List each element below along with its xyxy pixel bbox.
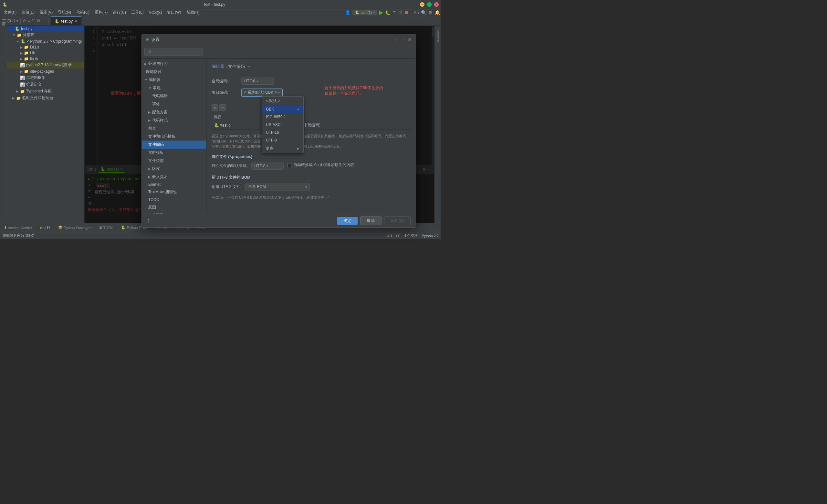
menu-navigate[interactable]: 导航(N) (55, 9, 74, 16)
dlg-nav-inspections[interactable]: 检查 (142, 124, 206, 133)
tree-item-ext-defs[interactable]: 📊 扩展定义 (7, 81, 84, 88)
run-config-dropdown[interactable]: 🐍test (1)▾ (352, 10, 377, 15)
dialog-cancel-button[interactable]: 取消 (360, 216, 382, 225)
tree-item-libtk[interactable]: ▶ 📁 lib-tk (7, 56, 84, 62)
dialog-ok-button[interactable]: 确定 (337, 217, 357, 225)
dlg-nav-appearance[interactable]: ▶ 外观与行为 (142, 60, 206, 68)
bom-select[interactable]: 不含 BOM ▾ (245, 183, 310, 191)
collapse-all-icon[interactable]: ≡ (28, 18, 30, 23)
dlg-nav-live-templates[interactable]: 实时模板 (142, 149, 206, 157)
dlg-nav-file-templates[interactable]: 文件和代码模板 (142, 133, 206, 141)
btab-run[interactable]: ▶ 运行 (39, 224, 52, 231)
dialog-back-icon[interactable]: ← (394, 37, 399, 42)
dialog-close-icon[interactable]: ✕ (408, 37, 412, 43)
close-button[interactable]: ✕ (434, 2, 439, 7)
tree-item-site-packages[interactable]: ▶ 📁 site-packages (7, 68, 84, 74)
menu-view[interactable]: 视图(V) (37, 9, 55, 16)
dlg-nav-intentions[interactable]: 意图 (142, 203, 206, 211)
menu-window[interactable]: 窗口(W) (164, 9, 184, 16)
dlg-nav-code-edit[interactable]: 代码编辑 (142, 92, 206, 100)
dlg-nav-hints[interactable]: ▶ 嵌入提示 (142, 173, 206, 181)
dlg-nav-emmet[interactable]: Emmet (142, 181, 206, 188)
bc-edit-icon[interactable]: ✏ (247, 65, 250, 69)
tree-item-dlls[interactable]: ▶ 📁 DLLs (7, 44, 84, 50)
dialog-apply-button[interactable]: 应用(A) (384, 216, 410, 225)
dd-item-iso[interactable]: ISO-8859-1 (262, 113, 303, 121)
tree-item-typeshed[interactable]: ▶ 📁 Typeshed 存根 (7, 88, 84, 95)
dlg-nav-code-style[interactable]: ▶ 代码样式 (142, 116, 206, 124)
bc-editor[interactable]: 编辑器 (211, 64, 224, 69)
lf-indicator[interactable]: LF (396, 233, 400, 238)
stop-button[interactable]: ⏹ (404, 10, 409, 15)
btab-python-packages[interactable]: 📦 Python Packages (57, 225, 93, 230)
menu-run[interactable]: 运行(U) (110, 9, 129, 16)
coverage-button[interactable]: ☂ (392, 10, 396, 15)
editor-tab-test-py[interactable]: 🐍 test.py ✕ (51, 16, 82, 25)
dlg-nav-editor[interactable]: ▼ 编辑器 (142, 76, 206, 84)
table-row[interactable]: 🐍 \test.p GBK (字符集在文件中硬编码) (211, 121, 410, 130)
sidebar-toggle-icon[interactable]: ☰ (2, 18, 6, 23)
dd-item-more[interactable]: 更多 ▶ (262, 144, 303, 153)
tree-item-lib[interactable]: ▶ 📁 Lib (7, 50, 84, 56)
profile-button[interactable]: ⏱ (398, 10, 402, 15)
python-version-indicator[interactable]: Python 2.7 (422, 233, 439, 238)
help-icon[interactable]: ? (147, 218, 150, 223)
dlg-nav-natural-lang[interactable]: ▶ 自然语言 (142, 211, 206, 214)
tab-close-icon[interactable]: ✕ (75, 19, 77, 23)
settings-button[interactable]: ⚙ (428, 10, 433, 15)
dialog-search-input[interactable] (144, 48, 202, 56)
dlg-nav-color-scheme[interactable]: ▶ 配色方案 (142, 108, 206, 116)
dd-item-default[interactable]: < 默认 > (262, 97, 303, 105)
dd-item-usascii[interactable]: US-ASCII (262, 121, 303, 129)
debug-button[interactable]: 🐛 (385, 10, 391, 15)
maximize-button[interactable]: □ (427, 2, 432, 7)
menu-edit[interactable]: 编辑(E) (19, 9, 37, 16)
properties-encoding-select[interactable]: UTF-8 ▾ (251, 162, 284, 169)
tree-item-python2718[interactable]: 📊 python2.7.18 library根目录 (7, 62, 84, 68)
tree-item-external-libs[interactable]: ▼ 📁 外部库 (7, 32, 84, 39)
dlg-nav-general[interactable]: ▼ 常规 (142, 84, 206, 92)
dd-item-utf8[interactable]: UTF-8 (262, 136, 303, 144)
remove-path-button[interactable]: − (220, 104, 226, 111)
project-vtab[interactable]: 项目 (1, 27, 6, 30)
notifications-icon[interactable]: 🔔 (435, 10, 440, 15)
project-dropdown-arrow[interactable]: ▾ (16, 19, 18, 22)
dlg-nav-file-types[interactable]: 文件类型 (142, 157, 206, 165)
minimize-button[interactable]: — (420, 2, 425, 7)
indent-indicator[interactable]: 4 个空格 (404, 233, 418, 238)
btab-vcs[interactable]: ⬆ Version Control (3, 225, 33, 230)
right-sidebar-label[interactable]: SideView (435, 27, 440, 43)
menu-help[interactable]: 帮助(H) (184, 9, 202, 16)
translate-icon[interactable]: Aa (414, 10, 419, 15)
dd-item-utf16[interactable]: UTF-16 (262, 129, 303, 136)
btab-todo[interactable]: ☰ TODO (98, 225, 115, 230)
expand-icon[interactable]: ⇈ (32, 18, 35, 23)
dialog-fwd-icon[interactable]: → (401, 37, 405, 42)
ascii-checkbox[interactable] (288, 163, 291, 167)
dlg-nav-keymaps[interactable]: 按键映射 (142, 68, 206, 76)
menu-vcs[interactable]: VCS(S) (146, 10, 165, 15)
global-encoding-select[interactable]: UTF-8 ▾ (241, 78, 274, 85)
tree-item-scratch[interactable]: ▶ 📁 临时文件和控制台 (7, 95, 84, 101)
tree-item-test-py[interactable]: 🐍 test.py (7, 26, 84, 32)
dlg-nav-file-encoding[interactable]: 文件编码 (142, 141, 206, 149)
project-encoding-select[interactable]: < 系统默认: GBK > ▾ (241, 89, 283, 97)
line-col-indicator[interactable]: 4:1 (387, 233, 392, 238)
menu-refactor[interactable]: 重构(R) (92, 9, 110, 16)
dlg-nav-todo[interactable]: TODO (142, 196, 206, 203)
tree-item-binary-stubs[interactable]: 📊 二进制框架 (7, 74, 84, 81)
user-icon[interactable]: 👤 (345, 10, 350, 15)
add-path-button[interactable]: + (211, 104, 218, 111)
run-button[interactable]: ▶ (379, 9, 383, 15)
menu-tools[interactable]: 工具(L) (129, 9, 146, 16)
tree-item-python27[interactable]: ▼ 🐍 < Python 2.7 > C:\programming\ (7, 39, 84, 44)
dlg-nav-copyright[interactable]: ▶ 版权 (142, 165, 206, 173)
dlg-nav-textmate[interactable]: TextMate 捆绑包 (142, 188, 206, 196)
close-panel-icon[interactable]: — (42, 18, 46, 23)
menu-code[interactable]: 代码(C) (74, 9, 92, 16)
project-settings-icon[interactable]: ⚙ (37, 18, 40, 23)
menu-file[interactable]: 文件(F) (1, 9, 19, 16)
dlg-nav-font[interactable]: 字体 (142, 100, 206, 108)
search-everywhere-button[interactable]: 🔍 (421, 10, 426, 15)
sync-icon[interactable]: ⟳ (23, 18, 27, 23)
